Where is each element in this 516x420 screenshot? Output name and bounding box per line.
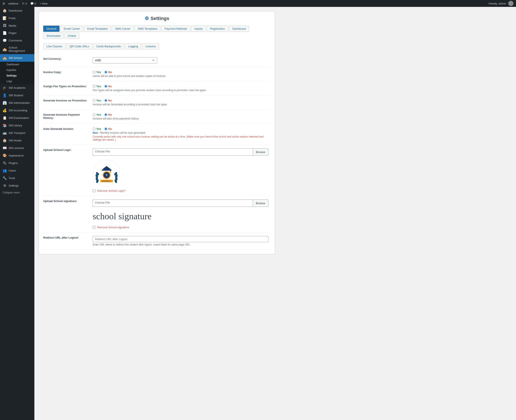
sidebar-item-comments[interactable]: 💬 Comments (0, 37, 34, 44)
upload-signature-row: Upload School signature: Choose File Bro… (43, 196, 270, 232)
tab-live-classes[interactable]: Live Classes (43, 43, 66, 49)
signature-browse-button[interactable]: Browse (253, 199, 269, 207)
invoice-copy-yes-radio[interactable] (93, 71, 95, 74)
tab-dashboard[interactable]: Dashboard (229, 26, 249, 32)
updates[interactable]: ↻ 3 (22, 2, 27, 5)
auto-gen-yes-option[interactable]: Yes (93, 127, 101, 130)
remove-signature-checkbox[interactable] (93, 226, 95, 229)
auto-gen-no-option[interactable]: No (105, 127, 112, 130)
gen-inv-promo-no-option[interactable]: No (105, 99, 112, 102)
tab-inquiry[interactable]: Inquiry (191, 26, 206, 32)
remove-signature-label[interactable]: Remove School signature (97, 226, 129, 229)
sidebar-item-appearance[interactable]: 🎨 Appearance (0, 152, 34, 159)
sidebar-item-sm-accounting[interactable]: 💰 SM Accounting (0, 107, 34, 114)
gen-inv-pay-description: Invoices will also show payments history (93, 117, 269, 120)
gen-inv-pay-no-radio[interactable] (105, 113, 107, 116)
assign-fee-types-row: Assign Fee Types on Promotion: Yes No (43, 81, 270, 95)
sidebar-item-sm-administrator[interactable]: 👔 SM Administrator (0, 99, 34, 107)
sidebar-sub-dashboard[interactable]: Dashboard (0, 62, 34, 67)
new-label: + New (39, 2, 47, 5)
sidebar-item-tools[interactable]: 🔧 Tools (0, 174, 34, 182)
invoice-copy-no-option[interactable]: No (105, 70, 112, 74)
sidebar-sub-logs[interactable]: Logs (0, 78, 34, 84)
sidebar-item-plugins[interactable]: 🔌 Plugins (0, 159, 34, 167)
sidebar-sub-settings[interactable]: Settings (0, 73, 34, 78)
tab-logging[interactable]: Logging (125, 43, 141, 49)
sidebar-item-school-mgmt[interactable]: 🏫 School Management (0, 44, 34, 54)
assign-fee-no-radio[interactable] (105, 85, 107, 88)
invoice-copy-radios: Yes No (93, 70, 269, 74)
sidebar-item-sm-lessons[interactable]: 📖 SM Lessons (0, 144, 34, 152)
sidebar-item-sm-student[interactable]: 👤 SM Student (0, 91, 34, 99)
gen-inv-promo-yes-radio[interactable] (93, 99, 95, 102)
site-name[interactable]: weblizar (8, 2, 19, 5)
signature-image-container: school signature (93, 211, 269, 221)
sidebar-sub-inquiries[interactable]: Inquiries (0, 67, 34, 73)
auto-generate-invoice-row: Auto Generate Invoice: Yes No (43, 124, 270, 145)
tab-cards-backgrounds[interactable]: Cards Backgrounds (93, 43, 124, 49)
sidebar-item-sm-transport[interactable]: 🚌 SM Transport (0, 129, 34, 137)
media-icon: 🖼 (3, 24, 7, 28)
sidebar-item-users[interactable]: 👥 Users (0, 167, 34, 174)
tab-sms-carrier[interactable]: SMS Carrier (112, 26, 134, 32)
sidebar-item-media[interactable]: 🖼 Media (0, 22, 34, 29)
tab-qr-code-urls[interactable]: QR Code URLs (67, 43, 92, 49)
currency-select[interactable]: USD EUR GBP INR (93, 57, 157, 63)
gen-inv-pay-no-option[interactable]: No (105, 113, 112, 116)
gen-inv-promo-yes-label: Yes (96, 99, 101, 102)
sidebar-item-dashboard[interactable]: 🏠 Dashboard (0, 7, 34, 15)
remove-logo-checkbox[interactable] (93, 189, 95, 192)
gen-inv-pay-yes-option[interactable]: Yes (93, 113, 101, 116)
invoice-copy-yes-option[interactable]: Yes (93, 70, 101, 74)
sidebar-item-label: SM Student (9, 94, 23, 97)
sidebar-item-label: SM School (9, 56, 22, 60)
upload-signature-label: Upload School signature: (43, 199, 77, 203)
tab-email-carrier[interactable]: Email Carrier (60, 26, 83, 32)
auto-gen-no-radio[interactable] (105, 128, 107, 130)
auto-gen-warning: Currently works with only one school aut… (93, 135, 269, 141)
user-greeting[interactable]: Howdy, admin (489, 1, 513, 6)
tab-lessons[interactable]: Lessons (142, 43, 159, 49)
tab-sms-templates[interactable]: SMS Templates (135, 26, 161, 32)
sidebar-item-sm-library[interactable]: 📚 SM Library (0, 122, 34, 129)
sidebar-item-label: Posts (9, 16, 16, 20)
sidebar-item-posts[interactable]: 📝 Posts (0, 15, 34, 22)
tab-general[interactable]: General (43, 26, 60, 32)
sidebar-item-sm-hostel[interactable]: 🏠 SM Hostel (0, 137, 34, 144)
tab-email-templates[interactable]: Email Templates (84, 26, 111, 32)
gear-icon: ⚙ (145, 16, 149, 21)
upload-logo-label: Upload School Logo: (43, 148, 71, 151)
sidebar-item-sm-school[interactable]: 🏫 SM School (0, 54, 34, 62)
assign-fee-yes-option[interactable]: Yes (93, 85, 101, 88)
gen-inv-pay-yes-radio[interactable] (93, 113, 95, 116)
assign-fee-yes-radio[interactable] (93, 85, 95, 88)
assign-fee-no-option[interactable]: No (105, 85, 112, 88)
logo-browse-button[interactable]: Browse (253, 148, 269, 156)
gen-inv-promo-yes-option[interactable]: Yes (93, 99, 101, 102)
sidebar-item-settings[interactable]: ⚙ Settings (0, 182, 34, 189)
sidebar-item-pages[interactable]: 📄 Pages (0, 29, 34, 37)
auto-gen-yes-radio[interactable] (93, 128, 95, 130)
tab-charts[interactable]: Charts (65, 33, 79, 39)
remove-logo-label[interactable]: Remove School Logo? (97, 189, 126, 192)
sidebar-item-sm-academic[interactable]: 🎓 SM Academic (0, 84, 34, 91)
sidebar-item-label: Tools (9, 176, 15, 180)
updates-count: 3 (25, 2, 27, 5)
redirect-url-input[interactable] (93, 236, 269, 242)
gen-inv-promo-no-radio[interactable] (105, 99, 107, 102)
signature-file-upload: Choose File Browse (93, 199, 269, 207)
updates-icon: ↻ (22, 2, 24, 5)
tab-registration[interactable]: Registration (207, 26, 228, 32)
comments[interactable]: 💬 0 (30, 2, 36, 5)
sidebar-item-sm-examination[interactable]: 📋 SM Examination (0, 114, 34, 122)
tabs-row-2: Live Classes QR Code URLs Cards Backgrou… (43, 43, 270, 49)
site-name-text: weblizar (8, 2, 19, 5)
new-content[interactable]: + New (39, 2, 47, 5)
wp-logo[interactable]: ⊞ (3, 2, 5, 5)
invoice-copy-no-radio[interactable] (105, 71, 107, 74)
sm-examination-icon: 📋 (3, 116, 7, 120)
tab-payment-methods[interactable]: Payment Methods (161, 26, 190, 32)
tab-shortcodes[interactable]: Shortcodes (43, 33, 64, 39)
gen-inv-promo-no-label: No (108, 99, 112, 102)
collapse-menu[interactable]: Collapse menu (0, 189, 34, 196)
